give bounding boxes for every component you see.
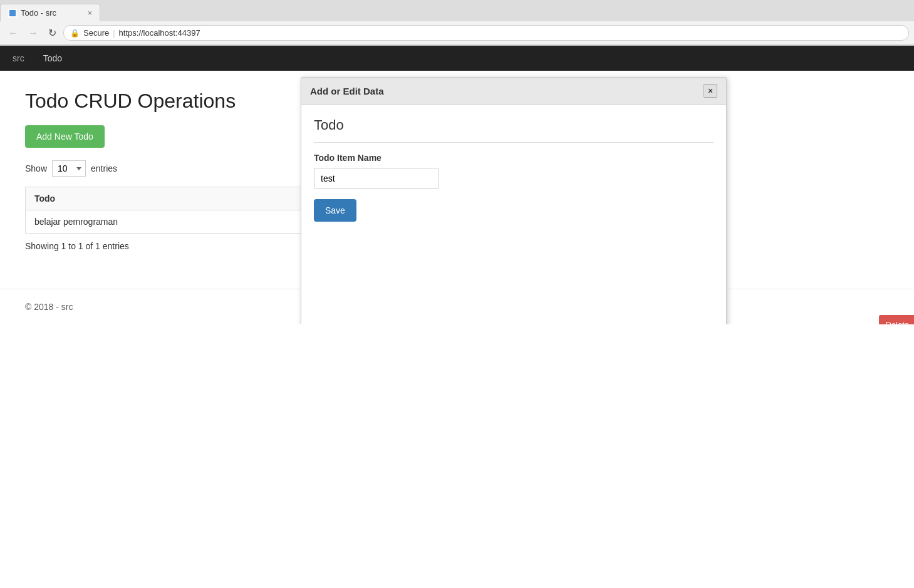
nav-todo-link[interactable]: Todo [43,53,62,63]
footer-copyright: © 2018 - src [25,302,73,312]
lock-icon: 🔒 [70,29,80,38]
todo-item-input[interactable] [314,168,439,189]
forward-button[interactable]: → [25,26,41,40]
brand-label: src [13,53,24,63]
address-bar[interactable]: 🔒 Secure | https://localhost:44397 [63,25,909,41]
modal-header: Add or Edit Data × [301,78,726,105]
modal-title: Add or Edit Data [310,86,384,96]
active-tab[interactable]: Todo - src × [0,4,100,21]
form-label: Todo Item Name [314,153,714,163]
separator: | [113,28,115,38]
tab-favicon [8,9,17,18]
save-button[interactable]: Save [314,199,356,222]
tab-title: Todo - src [21,8,56,18]
url-display: https://localhost:44397 [119,28,200,38]
refresh-button[interactable]: ↻ [45,26,60,40]
delete-button-partial[interactable]: Delete [879,315,914,324]
nav-bar: ← → ↻ 🔒 Secure | https://localhost:44397 [0,21,914,45]
browser-chrome: Todo - src × ← → ↻ 🔒 Secure | https://lo… [0,0,914,46]
back-button[interactable]: ← [5,26,21,40]
tab-bar: Todo - src × [0,0,914,21]
modal-empty-space [301,234,726,324]
tab-close-button[interactable]: × [88,9,92,18]
modal-divider [314,142,714,143]
app-navbar: src Todo [0,46,914,71]
modal-close-button[interactable]: × [704,84,717,98]
modal-body: Todo Todo Item Name Save [301,105,726,234]
modal-section-title: Todo [314,117,714,133]
modal-dialog: Add or Edit Data × Todo Todo Item Name S… [301,77,727,324]
secure-label: Secure [83,28,109,38]
modal-overlay: Add or Edit Data × Todo Todo Item Name S… [0,71,914,289]
main-content: Todo CRUD Operations Add New Todo Show 1… [0,71,914,289]
